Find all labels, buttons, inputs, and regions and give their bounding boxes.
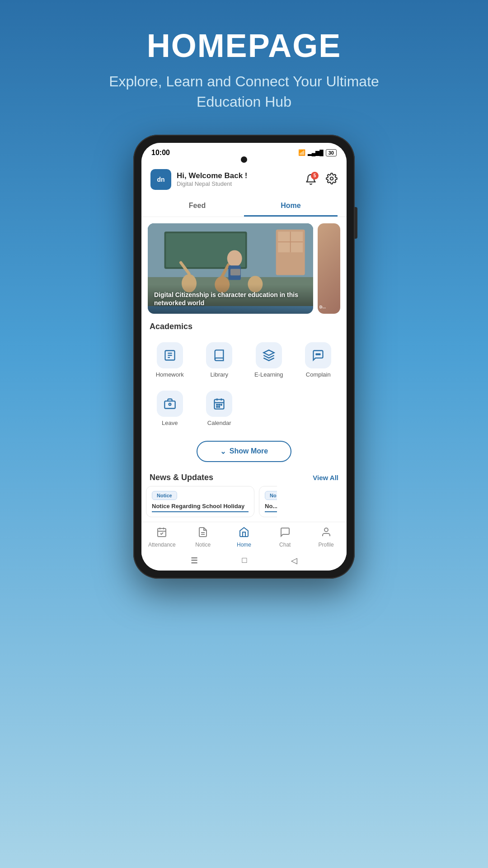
svg-rect-17: [230, 269, 240, 275]
svg-point-35: [216, 406, 217, 407]
library-label: Library: [210, 371, 228, 378]
svg-point-32: [216, 404, 217, 405]
complain-item[interactable]: Complain: [294, 338, 343, 382]
back-nav-btn[interactable]: ◁: [291, 556, 297, 566]
banner-partial: D...: [318, 223, 340, 314]
calendar-label: Calendar: [207, 420, 231, 426]
library-item[interactable]: Library: [195, 338, 244, 382]
academics-row-1: Homework Library: [141, 336, 347, 384]
academics-title: Academics: [141, 314, 347, 336]
home-nav-btn[interactable]: □: [242, 556, 247, 565]
banner-caption: Digital Citizenship is character educati…: [148, 284, 313, 313]
elearning-item[interactable]: E-Learning: [244, 338, 294, 382]
nav-home-label: Home: [237, 542, 251, 548]
settings-icon[interactable]: [326, 173, 338, 186]
phone-screen: 10:00 📶 ▂▄▆█ 30 dn Hi, Welcome Back ! Di…: [141, 143, 347, 571]
nav-chat[interactable]: Chat: [264, 527, 305, 548]
tab-feed[interactable]: Feed: [150, 196, 244, 217]
camera-notch: [241, 156, 247, 163]
page-header: HOMEPAGE Explore, Learn and Connect Your…: [108, 27, 380, 112]
nav-home[interactable]: Home: [224, 527, 265, 548]
menu-nav-btn[interactable]: ☰: [191, 556, 198, 566]
tab-home[interactable]: Home: [244, 196, 338, 217]
wifi-icon: 📶: [298, 149, 305, 156]
notification-bell[interactable]: 5: [302, 171, 319, 188]
leave-label: Leave: [162, 420, 178, 426]
app-header: dn Hi, Welcome Back ! Digital Nepal Stud…: [141, 163, 347, 196]
chat-icon: [280, 527, 291, 540]
notice-icon: [197, 527, 208, 540]
calendar-item[interactable]: Calendar: [195, 386, 244, 431]
attendance-icon: [156, 527, 167, 540]
bottom-nav: Attendance Notice: [141, 522, 347, 551]
news-header: News & Updates View All: [141, 467, 347, 486]
news-card-partial: No No...: [259, 486, 277, 517]
complain-icon: [305, 342, 331, 368]
show-more-wrap: ⌄ Show More: [141, 433, 347, 467]
homework-item[interactable]: Homework: [145, 338, 195, 382]
nav-notice[interactable]: Notice: [183, 527, 224, 548]
nav-attendance-label: Attendance: [148, 542, 176, 548]
banner-section: Digital Citizenship is character educati…: [141, 217, 347, 314]
view-all-button[interactable]: View All: [313, 474, 338, 481]
svg-point-25: [319, 354, 320, 354]
banner-card: Digital Citizenship is character educati…: [148, 223, 313, 314]
app-logo: dn: [150, 169, 171, 190]
tabs: Feed Home: [141, 196, 347, 217]
leave-icon: [157, 391, 183, 417]
svg-point-36: [219, 406, 220, 407]
news-tag-2: No: [265, 491, 277, 500]
header-text: Hi, Welcome Back ! Digital Nepal Student: [177, 171, 248, 187]
nav-chat-label: Chat: [279, 542, 291, 548]
page-subtitle: Explore, Learn and Connect Your Ultimate…: [108, 71, 380, 112]
svg-point-34: [221, 404, 222, 405]
news-card-title-2: No...: [265, 503, 277, 512]
home-icon: [239, 527, 249, 540]
academics-row-2: Leave Calendar: [141, 384, 347, 433]
calendar-icon: [206, 391, 232, 417]
elearning-icon: [256, 342, 282, 368]
status-icons: 📶 ▂▄▆█ 30: [298, 149, 337, 156]
svg-point-27: [169, 403, 171, 405]
svg-point-15: [227, 250, 242, 267]
show-more-button[interactable]: ⌄ Show More: [197, 441, 291, 462]
leave-item[interactable]: Leave: [145, 386, 195, 431]
page-title: HOMEPAGE: [108, 27, 380, 64]
nav-attendance[interactable]: Attendance: [141, 527, 183, 548]
signal-bars: ▂▄▆█: [308, 150, 324, 156]
news-section: News & Updates View All Notice Notice Re…: [141, 467, 347, 522]
android-nav: ☰ □ ◁: [141, 551, 347, 571]
show-more-label: Show More: [230, 447, 268, 455]
news-card-title-1: Notice Regarding School Holiday: [152, 503, 249, 512]
nav-profile[interactable]: Profile: [305, 527, 347, 548]
svg-point-43: [324, 528, 328, 532]
homework-icon: [157, 342, 183, 368]
nav-profile-label: Profile: [319, 542, 334, 548]
svg-point-24: [318, 354, 319, 354]
svg-rect-37: [158, 528, 166, 537]
profile-icon: [321, 527, 332, 540]
username-text: Digital Nepal Student: [177, 180, 248, 187]
app-content: dn Hi, Welcome Back ! Digital Nepal Stud…: [141, 163, 347, 571]
news-card-1[interactable]: Notice Notice Regarding School Holiday: [146, 486, 254, 517]
header-left: dn Hi, Welcome Back ! Digital Nepal Stud…: [150, 169, 248, 190]
elearning-label: E-Learning: [254, 371, 283, 378]
academics-section: Academics Homework: [141, 314, 347, 467]
svg-point-23: [316, 354, 317, 354]
battery-icon: 30: [326, 149, 337, 156]
chevron-down-icon: ⌄: [220, 447, 226, 456]
news-tag-1: Notice: [152, 491, 177, 500]
status-time: 10:00: [151, 149, 170, 157]
header-icons: 5: [302, 171, 338, 188]
welcome-text: Hi, Welcome Back !: [177, 171, 248, 180]
svg-point-33: [219, 404, 220, 405]
news-card-2: No No...: [259, 486, 277, 517]
news-title: News & Updates: [150, 473, 213, 482]
homework-label: Homework: [156, 371, 184, 378]
svg-marker-22: [263, 350, 274, 355]
notification-badge: 5: [311, 172, 319, 179]
news-row: Notice Notice Regarding School Holiday N…: [141, 486, 347, 522]
phone-frame: 10:00 📶 ▂▄▆█ 30 dn Hi, Welcome Back ! Di…: [133, 135, 355, 579]
complain-label: Complain: [306, 371, 331, 378]
library-icon: [206, 342, 232, 368]
